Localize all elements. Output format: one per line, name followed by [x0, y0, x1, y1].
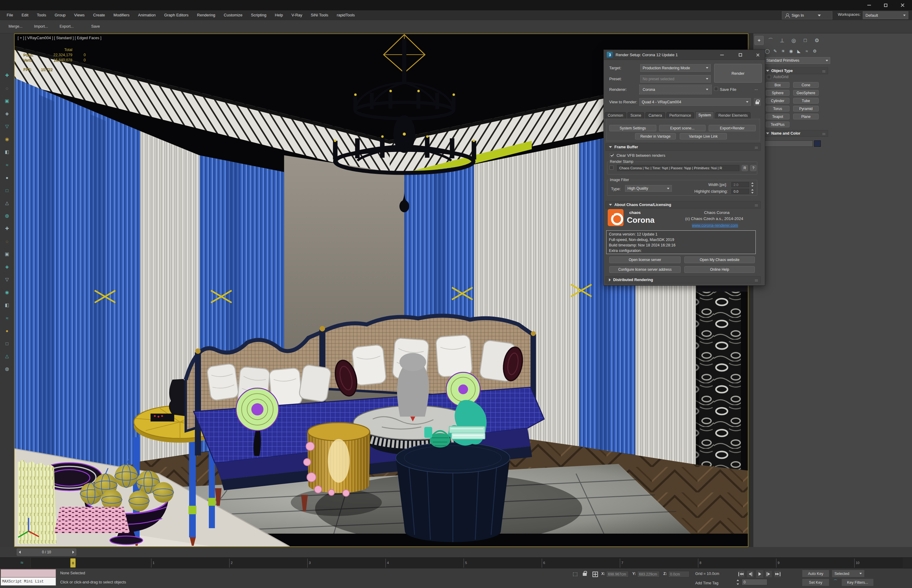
render-button[interactable]: Render — [714, 64, 762, 82]
menu-item[interactable]: Edit — [17, 10, 32, 20]
system-page-button[interactable]: Export scene... — [659, 125, 706, 131]
previous-frame-arrow[interactable] — [19, 551, 21, 554]
view-to-render-dropdown[interactable]: Quad 4 - VRayCam004 — [639, 98, 751, 106]
left-tool-icon[interactable]: ◈ — [3, 263, 11, 271]
menu-item[interactable]: SiNi Tools — [306, 10, 333, 20]
frame-spinner[interactable] — [736, 579, 740, 586]
object-type-rollout[interactable]: Object Type — [763, 68, 828, 74]
left-tool-icon[interactable]: □ — [3, 339, 11, 347]
cameras-category-icon[interactable]: ◉ — [787, 47, 795, 55]
left-tool-icon[interactable]: ◌ — [3, 84, 11, 92]
about-corona-rollout[interactable]: About Chaos Corona/Licensing — [606, 201, 761, 208]
menu-item[interactable]: Customize — [220, 10, 247, 20]
license-button[interactable]: Online Help — [684, 266, 755, 273]
save-file-more-button[interactable]: ... — [755, 86, 758, 91]
renderer-dropdown[interactable]: Corona — [640, 86, 711, 93]
render-dialog-tab[interactable]: Scene — [627, 112, 644, 118]
left-tool-icon[interactable]: ▣ — [3, 250, 11, 258]
system-page-button[interactable]: Export+Render — [708, 125, 756, 131]
name-color-rollout[interactable]: Name and Color — [763, 130, 828, 137]
shapes-category-icon[interactable]: ✎ — [771, 47, 779, 55]
left-tool-icon[interactable]: ◍ — [3, 365, 11, 373]
add-time-tag[interactable]: Add Time Tag — [695, 581, 718, 585]
menu-item[interactable]: Create — [89, 10, 109, 20]
left-tool-icon[interactable]: ✚ — [3, 71, 11, 80]
blue-curtain-1[interactable] — [15, 78, 140, 510]
frame-indicator[interactable]: 0 / 10 — [17, 549, 76, 556]
system-page-button[interactable]: System Settings — [609, 125, 657, 131]
frame-buffer-rollout[interactable]: Frame Buffer — [606, 144, 761, 151]
go-to-end-button[interactable] — [774, 570, 781, 578]
system-page-button[interactable]: Vantage Live Link — [680, 133, 727, 139]
track-bar[interactable]: ≈ 12345678910 0 — [0, 557, 912, 568]
menu-item[interactable]: Group — [50, 10, 70, 20]
left-tool-icon[interactable]: ◍ — [3, 212, 11, 220]
pink-tray[interactable] — [54, 507, 130, 533]
helpers-category-icon[interactable]: ◣ — [795, 47, 802, 55]
left-tool-icon[interactable]: ◌ — [3, 237, 11, 246]
menu-item[interactable]: Animation — [134, 10, 160, 20]
left-tool-icon[interactable]: ≈ — [3, 313, 11, 322]
highlight-clamping-spinner[interactable] — [750, 188, 754, 194]
primitive-button[interactable]: TextPlus — [766, 121, 789, 127]
left-tool-icon[interactable]: ≈ — [3, 160, 11, 169]
render-stamp-help-button[interactable]: ? — [750, 165, 756, 171]
selection-region-icon[interactable] — [571, 571, 579, 578]
export-button[interactable]: Export... — [60, 24, 74, 29]
lights-category-icon[interactable]: ☀ — [779, 47, 787, 55]
key-filters-button[interactable]: Key Filters... — [841, 578, 874, 586]
selection-lock-icon[interactable] — [581, 570, 589, 577]
left-tool-icon[interactable]: ▽ — [3, 275, 11, 284]
current-frame-field[interactable]: 0 — [742, 579, 767, 585]
hierarchy-tab[interactable]: ⊥ — [778, 36, 787, 45]
scene-gold-drum[interactable] — [303, 423, 370, 496]
menu-item[interactable]: Rendering — [193, 10, 220, 20]
workspaces-dropdown[interactable]: Default — [863, 11, 908, 19]
preset-dropdown[interactable]: No preset selected — [640, 75, 711, 82]
primitive-button[interactable]: Torus — [766, 106, 789, 111]
save-button[interactable]: Save — [91, 24, 100, 29]
motion-tab[interactable]: ◎ — [789, 36, 798, 45]
menu-item[interactable]: Graph Editors — [160, 10, 193, 20]
left-tool-icon[interactable]: ◈ — [3, 110, 11, 118]
menu-item[interactable]: Scripting — [247, 10, 271, 20]
create-tab[interactable]: + — [755, 36, 764, 45]
modify-tab[interactable]: ⌒ — [766, 36, 775, 45]
license-button[interactable]: Configure license server address — [609, 266, 681, 273]
sign-in-button[interactable]: Sign In — [782, 11, 832, 19]
menu-item[interactable]: rapidTools — [333, 10, 359, 20]
primitive-button[interactable]: Sphere — [766, 90, 789, 96]
target-dropdown[interactable]: Production Rendering Mode — [640, 64, 711, 72]
set-key-button[interactable]: Set Key — [802, 578, 829, 586]
primitive-button[interactable]: Cone — [793, 82, 819, 88]
primitive-button[interactable]: Tube — [793, 98, 819, 103]
primitive-category-dropdown[interactable]: Standard Primitives — [764, 57, 830, 64]
x-coordinate-field[interactable]: 698.967cm — [606, 571, 629, 577]
render-stamp-checkbox[interactable] — [610, 166, 613, 170]
menu-item[interactable]: Modifiers — [109, 10, 134, 20]
play-button[interactable] — [756, 570, 764, 578]
y-coordinate-field[interactable]: 683.229cm — [637, 571, 660, 577]
menu-item[interactable]: File — [2, 10, 17, 20]
systems-category-icon[interactable]: ⚙ — [811, 47, 818, 55]
filter-width-spinner[interactable] — [750, 182, 754, 187]
import-button[interactable]: Import... — [34, 24, 48, 29]
object-name-field[interactable] — [765, 141, 813, 147]
primitive-button[interactable]: GeoSphere — [793, 90, 819, 96]
primitive-button[interactable]: Teapot — [766, 114, 789, 120]
left-tool-icon[interactable]: ▽ — [3, 122, 11, 131]
render-dialog-tab[interactable]: Common — [605, 112, 626, 118]
utilities-tab[interactable]: ⚙ — [812, 36, 821, 45]
time-slider-handle[interactable]: 0 — [70, 558, 76, 568]
object-color-swatch[interactable] — [814, 141, 821, 147]
selection-set-key-dropdown[interactable]: Selected — [832, 570, 865, 577]
viewport-label[interactable]: [ + ] [ VRayCam004 ] [ Standard ] [ Edge… — [18, 36, 102, 40]
left-tool-icon[interactable]: ◧ — [3, 148, 11, 156]
left-tool-icon[interactable]: ✚ — [3, 224, 11, 233]
menu-item[interactable]: V-Ray — [287, 10, 306, 20]
auto-key-button[interactable]: Auto Key — [802, 570, 829, 577]
maxscript-listener-field[interactable] — [1, 569, 56, 577]
view-lock-button[interactable] — [754, 98, 761, 106]
filter-type-dropdown[interactable]: High Quality — [625, 185, 672, 192]
dialog-close-button[interactable] — [753, 52, 762, 58]
